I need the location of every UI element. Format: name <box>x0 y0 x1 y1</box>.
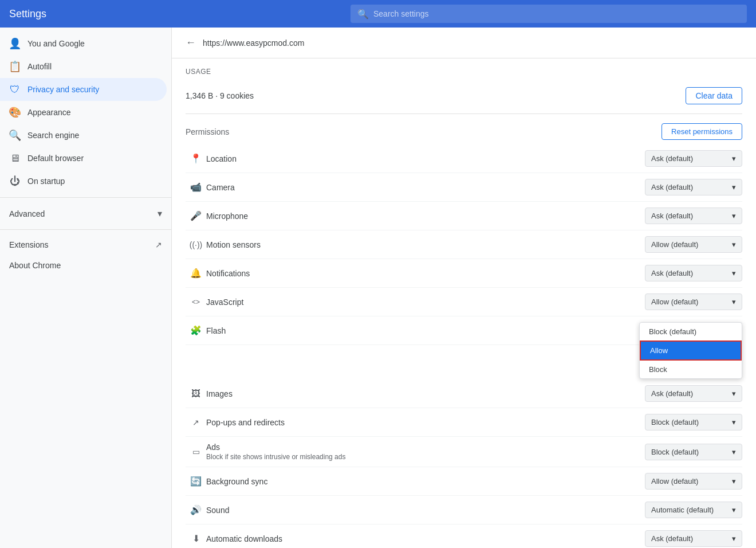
permission-row-camera: 📹 Camera Ask (default) ▾ <box>186 173 742 202</box>
permission-name-microphone: Microphone <box>206 212 645 221</box>
location-select-btn[interactable]: Ask (default) ▾ <box>645 150 742 167</box>
search-icon: 🔍 <box>357 9 369 19</box>
permission-name-flash: Flash <box>206 326 645 335</box>
permission-row-notifications: 🔔 Notifications Ask (default) ▾ <box>186 259 742 288</box>
back-button[interactable]: ← <box>186 37 196 49</box>
flash-dropdown-menu: Block (default) Allow Block <box>639 322 742 379</box>
location-dropdown[interactable]: Ask (default) ▾ <box>645 150 742 167</box>
flash-option-allow[interactable]: Allow <box>640 340 742 361</box>
permission-row-javascript: <> JavaScript Allow (default) ▾ <box>186 288 742 316</box>
clear-data-button[interactable]: Clear data <box>686 87 742 104</box>
microphone-icon: 🎤 <box>186 210 206 221</box>
permission-name-motion: Motion sensors <box>206 240 645 249</box>
sound-icon: 🔊 <box>186 504 206 515</box>
chevron-icon: ▾ <box>732 534 736 543</box>
sidebar-item-search-engine[interactable]: 🔍 Search engine <box>0 124 167 147</box>
javascript-select-btn[interactable]: Allow (default) ▾ <box>645 293 742 310</box>
advanced-label: Advanced <box>9 209 45 218</box>
permission-name-downloads: Automatic downloads <box>206 534 645 543</box>
camera-dropdown[interactable]: Ask (default) ▾ <box>645 179 742 195</box>
sidebar-divider <box>0 197 171 198</box>
search-bar[interactable]: 🔍 <box>351 5 747 23</box>
permission-row-motion: ((·)) Motion sensors Allow (default) ▾ <box>186 230 742 259</box>
microphone-select-btn[interactable]: Ask (default) ▾ <box>645 208 742 224</box>
background-sync-select-btn[interactable]: Allow (default) ▾ <box>645 473 742 490</box>
notifications-select-btn[interactable]: Ask (default) ▾ <box>645 265 742 281</box>
images-dropdown[interactable]: Ask (default) ▾ <box>645 385 742 402</box>
external-link-icon: ↗ <box>155 240 162 249</box>
sidebar-label-autofill: Autofill <box>27 62 52 71</box>
shield-icon: 🛡 <box>9 84 21 95</box>
usage-section-label: Usage <box>186 68 742 76</box>
permission-name-images: Images <box>206 389 645 398</box>
permission-name-camera: Camera <box>206 183 645 192</box>
microphone-dropdown[interactable]: Ask (default) ▾ <box>645 208 742 224</box>
sidebar-item-advanced[interactable]: Advanced ▾ <box>0 202 171 225</box>
images-icon: 🖼 <box>186 389 206 399</box>
flash-option-block-default[interactable]: Block (default) <box>640 323 742 340</box>
autofill-icon: 📋 <box>9 61 21 72</box>
content-header: ← https://www.easypcmod.com <box>172 28 756 58</box>
flash-dropdown[interactable]: Block (default) ▾ Block (default) Allow … <box>645 322 742 339</box>
sidebar-item-appearance[interactable]: 🎨 Appearance <box>0 101 167 124</box>
sidebar-item-you-and-google[interactable]: 👤 You and Google <box>0 32 167 55</box>
permission-name-javascript: JavaScript <box>206 298 645 307</box>
chevron-icon: ▾ <box>732 212 736 220</box>
flash-icon: 🧩 <box>186 325 206 336</box>
sidebar-divider-2 <box>0 229 171 230</box>
sidebar-item-default-browser[interactable]: 🖥 Default browser <box>0 147 167 170</box>
ads-dropdown[interactable]: Block (default) ▾ <box>645 444 742 460</box>
sidebar-item-autofill[interactable]: 📋 Autofill <box>0 55 167 78</box>
sidebar-item-about-chrome[interactable]: About Chrome <box>0 255 167 276</box>
images-select-btn[interactable]: Ask (default) ▾ <box>645 385 742 402</box>
chevron-icon: ▾ <box>732 183 736 191</box>
sound-select-btn[interactable]: Automatic (default) ▾ <box>645 502 742 518</box>
person-icon: 👤 <box>9 38 21 49</box>
downloads-dropdown[interactable]: Ask (default) ▾ <box>645 530 742 547</box>
sidebar-item-on-startup[interactable]: ⏻ On startup <box>0 170 167 193</box>
sidebar-item-privacy[interactable]: 🛡 Privacy and security <box>0 78 167 101</box>
notifications-icon: 🔔 <box>186 268 206 279</box>
sidebar-label-search-engine: Search engine <box>27 131 79 140</box>
javascript-icon: <> <box>186 298 206 306</box>
reset-permissions-button[interactable]: Reset permissions <box>662 123 742 140</box>
startup-icon: ⏻ <box>9 175 21 187</box>
sound-dropdown[interactable]: Automatic (default) ▾ <box>645 502 742 518</box>
permission-name-notifications: Notifications <box>206 269 645 278</box>
chevron-icon: ▾ <box>732 506 736 514</box>
appearance-icon: 🎨 <box>9 107 21 118</box>
permission-row-images: 🖼 Images Ask (default) ▾ <box>186 379 742 408</box>
motion-select-btn[interactable]: Allow (default) ▾ <box>645 236 742 253</box>
popups-select-btn[interactable]: Block (default) ▾ <box>645 414 742 430</box>
chevron-icon: ▾ <box>732 389 736 398</box>
search-input[interactable] <box>373 9 740 18</box>
sidebar-label-privacy: Privacy and security <box>27 85 99 94</box>
camera-select-btn[interactable]: Ask (default) ▾ <box>645 179 742 195</box>
permission-row-background-sync: 🔄 Background sync Allow (default) ▾ <box>186 467 742 496</box>
sidebar-label-appearance: Appearance <box>27 108 71 117</box>
ads-icon: ▭ <box>186 447 206 456</box>
javascript-dropdown[interactable]: Allow (default) ▾ <box>645 293 742 310</box>
permission-name-popups: Pop-ups and redirects <box>206 418 645 427</box>
motion-dropdown[interactable]: Allow (default) ▾ <box>645 236 742 253</box>
notifications-dropdown[interactable]: Ask (default) ▾ <box>645 265 742 281</box>
background-sync-icon: 🔄 <box>186 476 206 487</box>
downloads-select-btn[interactable]: Ask (default) ▾ <box>645 530 742 547</box>
permission-row-popups: ↗ Pop-ups and redirects Block (default) … <box>186 408 742 437</box>
background-sync-dropdown[interactable]: Allow (default) ▾ <box>645 473 742 490</box>
sidebar-label-default-browser: Default browser <box>27 154 84 163</box>
sidebar-label-on-startup: On startup <box>27 177 65 186</box>
usage-row: 1,346 B · 9 cookies Clear data <box>186 83 742 114</box>
popups-dropdown[interactable]: Block (default) ▾ <box>645 414 742 430</box>
settings-title: Settings <box>9 8 341 20</box>
permission-name-ads: Ads Block if site shows intrusive or mis… <box>206 443 645 461</box>
content-body: Usage 1,346 B · 9 cookies Clear data Per… <box>172 58 756 548</box>
ads-select-btn[interactable]: Block (default) ▾ <box>645 444 742 460</box>
location-icon: 📍 <box>186 153 206 164</box>
flash-option-block[interactable]: Block <box>640 361 742 378</box>
sidebar-item-extensions[interactable]: Extensions ↗ <box>0 234 171 255</box>
usage-text: 1,346 B · 9 cookies <box>186 91 254 100</box>
content-area: ← https://www.easypcmod.com Usage 1,346 … <box>172 28 756 548</box>
permission-row-ads: ▭ Ads Block if site shows intrusive or m… <box>186 437 742 467</box>
permission-name-location: Location <box>206 154 645 163</box>
